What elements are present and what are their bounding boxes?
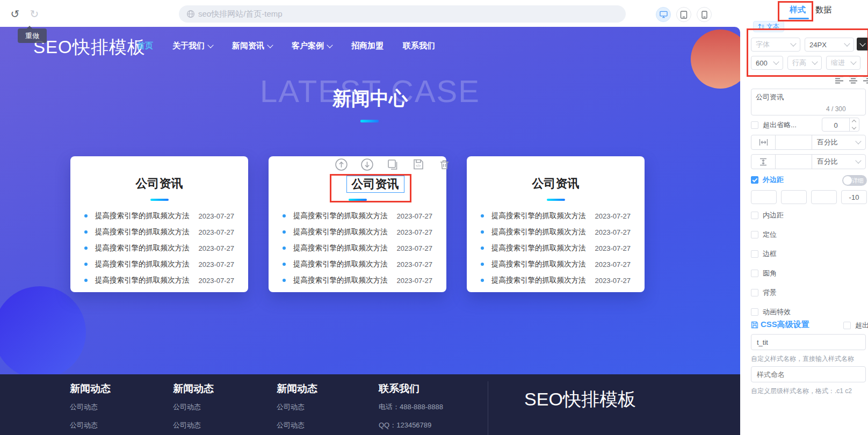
overflow-hidden-label: 超出隐藏 [855, 321, 868, 330]
mobile-icon [701, 11, 707, 19]
margin-bottom-input[interactable] [811, 190, 837, 204]
news-list-item[interactable]: 提高搜索引擎的抓取频次方法2023-07-27 [70, 224, 248, 240]
ellipsis-lines-input[interactable] [822, 118, 849, 132]
footer-link[interactable]: 公司动态 [277, 421, 305, 430]
section-label: 动画特效 [763, 307, 791, 317]
move-up-button[interactable] [334, 157, 348, 171]
margin-left-input[interactable] [841, 190, 867, 204]
nav-item-contact[interactable]: 联系我们 [403, 41, 435, 51]
align-right-icon[interactable] [863, 76, 868, 84]
card-title-text[interactable]: 公司资讯 [136, 177, 183, 190]
font-family-select[interactable]: 字体 [751, 38, 800, 52]
delete-button[interactable] [437, 157, 451, 171]
news-list-item[interactable]: 提高搜索引擎的抓取频次方法2023-07-27 [70, 272, 248, 288]
news-list-item[interactable]: 提高搜索引擎的抓取频次方法2023-07-27 [70, 240, 248, 256]
line-height-select[interactable]: 行高 [787, 56, 822, 70]
overflow-ellipsis-checkbox[interactable] [751, 121, 758, 129]
position-checkbox[interactable] [751, 231, 758, 238]
duplicate-button[interactable] [386, 157, 400, 171]
news-list-item[interactable]: 提高搜索引擎的抓取频次方法2023-07-27 [467, 240, 645, 256]
margin-detail-toggle[interactable]: 详细 [842, 175, 867, 186]
text-content-input[interactable]: 公司资讯 [751, 89, 866, 115]
news-list-item[interactable]: 提高搜索引擎的抓取频次方法2023-07-27 [467, 208, 645, 224]
advanced-css-header[interactable]: CSS高级设置 [751, 320, 809, 330]
news-list-item[interactable]: 提高搜索引擎的抓取频次方法2023-07-27 [269, 224, 446, 240]
footer-link[interactable]: 公司动态 [173, 402, 201, 412]
stepper-arrows[interactable] [849, 118, 859, 131]
undo-button[interactable]: ↺ [8, 6, 23, 21]
height-unit-select[interactable]: 百分比 [812, 155, 865, 169]
width-input[interactable] [776, 135, 812, 149]
news-list-item[interactable]: 提高搜索引擎的抓取频次方法2023-07-27 [269, 256, 446, 272]
preview-tablet-button[interactable] [676, 7, 691, 22]
footer-link[interactable]: 公司动态 [173, 421, 201, 430]
custom-class-input[interactable] [751, 334, 866, 350]
bullet-icon [481, 279, 484, 282]
bullet-icon [84, 214, 88, 218]
radius-checkbox[interactable] [751, 270, 758, 277]
news-list-item[interactable]: 提高搜索引擎的抓取频次方法2023-07-27 [467, 272, 645, 288]
news-list-item[interactable]: 提高搜索引擎的抓取频次方法2023-07-27 [467, 256, 645, 272]
news-list-item[interactable]: 提高搜索引擎的抓取频次方法2023-07-27 [70, 208, 248, 224]
footer-link[interactable]: 公司动态 [70, 421, 98, 430]
padding-checkbox[interactable] [751, 212, 758, 219]
margin-right-input[interactable] [781, 190, 807, 204]
width-unit-select[interactable]: 百分比 [812, 135, 865, 149]
site-logo[interactable]: SEO快排模板 [33, 35, 146, 60]
nav-item-about[interactable]: 关于我们 [172, 41, 213, 51]
nav-label: 客户案例 [292, 41, 324, 51]
title-underline [150, 199, 169, 201]
margin-top-input[interactable] [751, 190, 777, 204]
footer-link[interactable]: 公司动态 [277, 402, 305, 412]
nav-item-news[interactable]: 新闻资讯 [232, 41, 272, 51]
card-title-text[interactable]: 公司资讯 [532, 177, 580, 190]
news-list-item[interactable]: 提高搜索引擎的抓取频次方法2023-07-27 [269, 272, 446, 288]
tab-style[interactable]: 样式 [790, 5, 806, 15]
font-color-picker[interactable] [857, 38, 868, 50]
preview-desktop-button[interactable] [656, 7, 671, 22]
section-padding: 内边距 [751, 211, 784, 220]
footer-phone: 电话：488-888-8888 [379, 402, 443, 412]
height-input[interactable] [776, 155, 812, 169]
ellipsis-lines-stepper [822, 118, 859, 132]
move-down-button[interactable] [360, 157, 374, 171]
news-list-item[interactable]: 提高搜索引擎的抓取频次方法2023-07-27 [70, 256, 248, 272]
font-size-select[interactable]: 24PX [805, 38, 854, 52]
border-checkbox[interactable] [751, 250, 758, 258]
nav-item-cases[interactable]: 客户案例 [292, 41, 332, 51]
redo-tooltip: 重做 [18, 28, 47, 43]
style-naming-input[interactable] [751, 366, 866, 382]
char-counter: 4 / 300 [825, 105, 847, 113]
text-indent-select[interactable]: 缩进 [826, 56, 860, 70]
align-left-icon[interactable] [835, 76, 844, 84]
save-disk-icon [751, 321, 758, 329]
card-title-text-selected[interactable]: 公司资讯 [346, 176, 404, 193]
save-block-button[interactable]: </> [411, 157, 425, 171]
margin-checkbox[interactable] [751, 176, 758, 184]
page-builder-screen: ↺ ↻ seo快排网站/首页-temp 重做 [0, 0, 868, 435]
nav-item-join[interactable]: 招商加盟 [351, 41, 384, 51]
background-checkbox[interactable] [751, 289, 758, 296]
align-center-icon[interactable] [849, 76, 858, 84]
address-bar[interactable]: seo快排网站/首页-temp [179, 5, 626, 23]
news-item-text: 提高搜索引擎的抓取频次方法 [491, 227, 595, 237]
animation-checkbox[interactable] [751, 308, 758, 316]
chevron-down-icon [850, 59, 856, 64]
card-title-selected: 公司资讯 [269, 176, 446, 193]
news-list-item[interactable]: 提高搜索引擎的抓取频次方法2023-07-27 [269, 208, 446, 224]
footer-link[interactable]: 公司动态 [70, 402, 98, 412]
news-item-date: 2023-07-27 [397, 277, 433, 285]
section-radius: 圆角 [751, 269, 777, 278]
tab-style-label: 样式 [790, 5, 806, 14]
font-weight-select[interactable]: 600 [751, 56, 783, 70]
tab-data[interactable]: 数据 [815, 5, 831, 15]
nav-item-home[interactable]: 首页 [137, 41, 153, 51]
news-list-item[interactable]: 提高搜索引擎的抓取频次方法2023-07-27 [269, 240, 446, 256]
site-footer: 新闻动态 公司动态 公司动态 新闻动态 公司动态 公司动态 新闻动态 公司动态 … [0, 374, 740, 435]
bullet-icon [84, 230, 88, 234]
section-label: 背景 [763, 288, 777, 298]
news-list-item[interactable]: 提高搜索引擎的抓取频次方法2023-07-27 [467, 224, 645, 240]
redo-button[interactable]: ↻ [27, 6, 42, 21]
overflow-hidden-checkbox[interactable] [843, 322, 851, 329]
preview-mobile-button[interactable] [697, 7, 712, 22]
